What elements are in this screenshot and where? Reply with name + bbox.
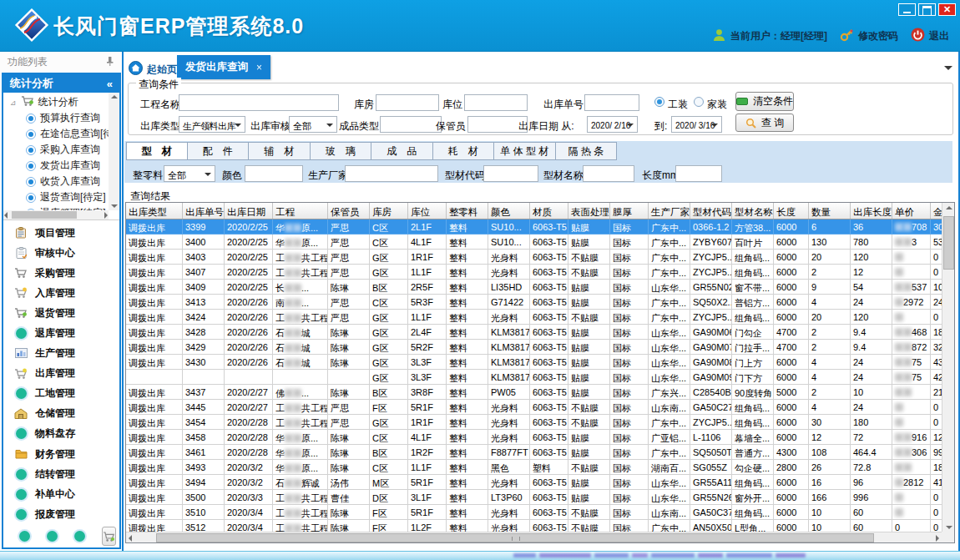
collapse-icon[interactable]: « [107, 78, 113, 90]
order-no-input[interactable] [584, 94, 639, 111]
tree-item[interactable]: 预算执行查询 [3, 110, 109, 126]
column-header[interactable]: 出库单号 [183, 203, 225, 219]
pin-icon[interactable] [106, 56, 114, 68]
table-row[interactable]: 调拨出库34612020/2/28华原...陈琳B区1R2F整料F8877FT6… [126, 445, 942, 460]
table-row[interactable]: 调拨出库34542020/2/28工共工程严思G区1R1F整料光身料6063-T… [126, 415, 942, 430]
maker-input[interactable] [345, 165, 438, 182]
color-input[interactable] [245, 165, 303, 182]
table-row[interactable]: 调拨出库34942020/3/2石辉诚汤伟M区5R1F整料光身料6063-T5贴… [126, 475, 942, 490]
out-type-select[interactable]: 生产领料出库 [179, 116, 245, 133]
table-row[interactable]: 调拨出库34242020/2/26工共工程严思G区1L1F整料光身料6063-T… [126, 310, 942, 325]
sidebar-item-项目管理[interactable]: 项目管理 [3, 223, 119, 243]
tab-list-chevron[interactable] [944, 66, 952, 74]
column-header[interactable]: 单价 [892, 203, 931, 219]
material-tab-3[interactable]: 辅 材 [249, 142, 311, 160]
date-to-select[interactable]: 2020/ 3/16 [671, 116, 722, 133]
sidebar-item-报废管理[interactable]: 报废管理 [3, 504, 119, 524]
column-header[interactable]: 型材代码 [690, 203, 732, 219]
column-header[interactable]: 出库长度 [851, 203, 892, 219]
radio-home[interactable] [694, 97, 704, 107]
material-tab-8[interactable]: 隔 热 条 [556, 142, 618, 160]
material-tab-4[interactable]: 玻 璃 [311, 142, 372, 160]
column-header[interactable]: 出库类型 [126, 203, 183, 219]
sidebar-item-仓储管理[interactable]: 仓储管理 [3, 404, 119, 424]
sidebar-item-物料盘存[interactable]: 物料盘存 [3, 424, 119, 444]
name-input[interactable] [583, 165, 634, 182]
grid-hscrollbar[interactable] [126, 532, 942, 542]
material-tab-6[interactable]: 耗 材 [433, 142, 495, 160]
sidebar-item-财务管理[interactable]: 财务管理 [3, 444, 119, 464]
table-row[interactable]: 调拨出库34932020/3/2华原...陈琳C区1L1F整料黑色塑料不贴膜国标… [126, 460, 942, 475]
column-header[interactable]: 金额 [931, 203, 942, 219]
sidebar-item-结转管理[interactable]: 结转管理 [3, 464, 119, 484]
tree-item[interactable]: 发货出库查询 [3, 158, 109, 174]
tree-item[interactable]: 在途信息查询[待 [3, 126, 109, 142]
location-input[interactable] [464, 94, 528, 111]
sidebar-item-补单中心[interactable]: 补单中心 [3, 484, 119, 504]
table-row[interactable]: 调拨出库34582020/2/28华原...陈琳C区4L1F整料光身料6063-… [126, 430, 942, 445]
minimize-button[interactable] [898, 3, 916, 16]
clear-button[interactable]: 清空条件 [735, 92, 794, 111]
table-row[interactable]: 调拨出库35002020/3/3工共工程曹佳D区3L1F整料LT3P606063… [126, 490, 942, 505]
tab-close-icon[interactable]: × [256, 62, 262, 73]
sidebar-item-退货管理[interactable]: 退货管理 [3, 303, 119, 323]
sidebar-item-入库管理[interactable]: 入库管理 [3, 283, 119, 303]
sidebar-item-出库管理[interactable]: 出库管理 [3, 364, 119, 384]
column-header[interactable]: 工程 [273, 203, 328, 219]
column-header[interactable]: 整零料 [447, 203, 488, 219]
length-input[interactable] [675, 165, 722, 182]
project-name-input[interactable] [179, 94, 339, 111]
column-header[interactable]: 颜色 [488, 203, 530, 219]
maximize-button[interactable] [918, 3, 936, 16]
circle-icon[interactable] [74, 531, 85, 542]
column-header[interactable]: 长度 [774, 203, 809, 219]
tree-hscrollbar[interactable] [3, 210, 109, 219]
table-row[interactable]: 调拨出库33992020/2/25华原...严思C区2L1F整料SU10...6… [126, 219, 942, 235]
column-header[interactable]: 表面处理 [568, 203, 610, 219]
table-row[interactable]: 调拨出库34302020/2/26石城陈琳G区3L3F整料KLM38176063… [126, 355, 942, 370]
tree-item[interactable]: 收货入库查询 [3, 174, 109, 189]
sidebar-item-审核中心[interactable]: 审核中心 [3, 243, 119, 263]
column-header[interactable]: 库位 [408, 203, 447, 219]
sidebar-item-退库管理[interactable]: 退库管理 [3, 323, 119, 343]
product-type-input[interactable] [380, 116, 442, 133]
radio-work[interactable] [654, 97, 664, 107]
whole-select[interactable]: 全部 [164, 165, 215, 182]
warehouse-input[interactable] [376, 94, 439, 111]
table-row[interactable]: 调拨出库34132020/2/26南...严思C区5R3F整料G71422606… [126, 295, 942, 310]
table-row[interactable]: 调拨出库34002020/2/25华原...严思C区4L1F整料SU10...6… [126, 235, 942, 250]
material-tab-2[interactable]: 配 件 [188, 142, 250, 160]
tree-item[interactable]: 采购入库查询 [3, 142, 109, 158]
table-row[interactable]: 调拨出库34072020/2/25工共工程严思G区1L1F整料光身料6063-T… [126, 265, 942, 280]
tab-active[interactable]: 发货出库查询 × [177, 55, 270, 79]
cart-button[interactable] [102, 527, 116, 546]
table-row[interactable]: 调拨出库35122020/3/4工共工程陈琳F区1L2F整料光身料6063-T5… [126, 520, 942, 532]
column-header[interactable]: 生产厂家 [649, 203, 690, 219]
logout-link[interactable]: 退出 [929, 29, 949, 43]
tab-home[interactable]: 起始页 [129, 61, 177, 78]
search-button[interactable]: 查 询 [735, 114, 794, 132]
close-button[interactable]: ✕ [938, 3, 956, 16]
column-header[interactable]: 膜厚 [610, 203, 649, 219]
table-row[interactable]: 调拨出库34032020/2/25工共工程严思G区1R1F整料光身料6063-T… [126, 250, 942, 265]
table-row[interactable]: 调拨出库35102020/3/4工共工程陈琳F区5R1F整料光身料6063-T5… [126, 505, 942, 520]
material-tab-1[interactable]: 型 材 [126, 142, 188, 160]
date-from-select[interactable]: 2020/ 2/16 [587, 116, 638, 133]
circle-icon[interactable] [19, 531, 30, 542]
tree-root[interactable]: ⊿统计分析 [3, 94, 109, 110]
column-header[interactable]: 材质 [530, 203, 568, 219]
sidebar-item-采购管理[interactable]: 采购管理 [3, 263, 119, 283]
table-row[interactable]: 调拨出库34292020/2/26石城陈琳G区5R2F整料KLM38176063… [126, 340, 942, 355]
table-row[interactable]: 调拨出库34092020/2/25长...陈琳B区2R5F整料LI35HD606… [126, 280, 942, 295]
table-row[interactable]: G区3L3F整料KLM38176063-T5贴膜国标山东华...GA90M09.… [126, 370, 942, 385]
table-row[interactable]: 调拨出库34282020/2/26石城陈琳G区2L4F整料KLM38176063… [126, 325, 942, 340]
table-row[interactable]: 调拨出库34452020/2/27工共工程严思F区5R1F整料光身料6063-T… [126, 400, 942, 415]
sidebar-item-生产管理[interactable]: 生产管理 [3, 344, 119, 364]
material-tab-5[interactable]: 成 品 [371, 142, 433, 160]
tree-item[interactable]: 退货查询[待定] [3, 189, 109, 205]
column-header[interactable]: 库房 [370, 203, 408, 219]
sidebar-item-工地管理[interactable]: 工地管理 [3, 384, 119, 404]
grid-vscrollbar[interactable] [942, 203, 954, 532]
material-tab-7[interactable]: 单 体 型 材 [494, 142, 556, 160]
audit-select[interactable]: 全部 [289, 116, 337, 133]
